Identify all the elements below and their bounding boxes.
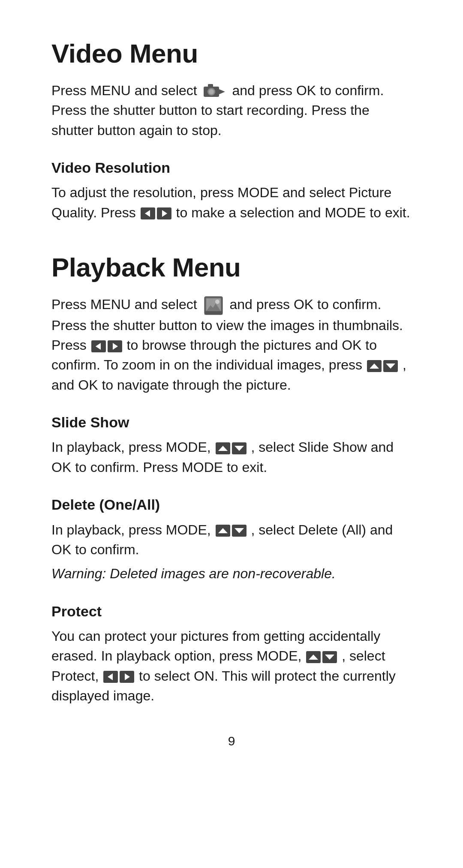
video-resolution-heading: Video Resolution — [51, 157, 412, 178]
up-arrow-icon — [367, 360, 382, 372]
up-arrow-icon-4 — [306, 651, 321, 663]
down-arrow-icon-4 — [322, 651, 337, 663]
up-arrow-icon-2 — [216, 442, 230, 454]
playback-menu-section: Playback Menu Press MENU and select and … — [51, 248, 412, 706]
down-arrow-icon — [383, 360, 398, 372]
delete-warning: Warning: Deleted images are non-recovera… — [51, 564, 412, 583]
up-arrow-icon-3 — [216, 525, 230, 537]
svg-rect-13 — [204, 311, 222, 315]
playback-menu-intro: Press MENU and select and press OK to co… — [51, 294, 412, 395]
video-menu-intro: Press MENU and select and press OK to co… — [51, 81, 412, 140]
delete-heading: Delete (One/All) — [51, 494, 412, 515]
playback-menu-title: Playback Menu — [51, 248, 412, 287]
page-number: 9 — [51, 732, 412, 751]
left-arrow-icon-2 — [91, 340, 106, 352]
left-arrow-icon-3 — [103, 671, 118, 683]
video-camera-icon — [204, 83, 226, 99]
video-menu-section: Video Menu Press MENU and select and pre… — [51, 34, 412, 222]
video-menu-title: Video Menu — [51, 34, 412, 73]
down-arrow-icon-3 — [232, 525, 247, 537]
svg-point-2 — [209, 89, 214, 94]
delete-text: In playback, press MODE, , select Delete… — [51, 520, 412, 560]
video-resolution-text: To adjust the resolution, press MODE and… — [51, 183, 412, 222]
right-arrow-icon-2 — [108, 340, 122, 352]
protect-heading: Protect — [51, 601, 412, 622]
protect-text: You can protect your pictures from getti… — [51, 626, 412, 706]
left-arrow-icon — [141, 207, 155, 219]
playback-photo-icon — [204, 296, 223, 315]
svg-point-12 — [215, 300, 219, 304]
right-arrow-icon-3 — [120, 671, 134, 683]
svg-marker-4 — [219, 89, 225, 94]
slide-show-heading: Slide Show — [51, 412, 412, 433]
slide-show-text: In playback, press MODE, , select Slide … — [51, 437, 412, 477]
svg-rect-3 — [208, 84, 213, 87]
right-arrow-icon — [157, 207, 171, 219]
down-arrow-icon-2 — [232, 442, 247, 454]
